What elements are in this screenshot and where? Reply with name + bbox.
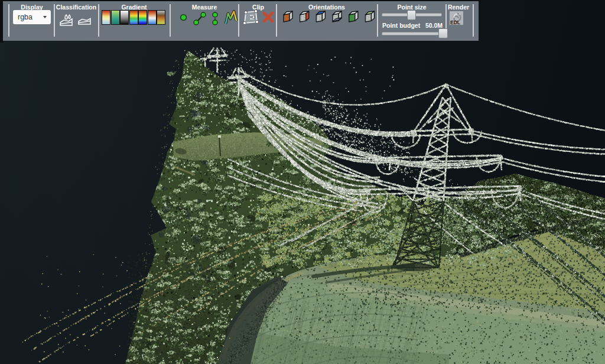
- svg-text:EDL: EDL: [450, 20, 460, 25]
